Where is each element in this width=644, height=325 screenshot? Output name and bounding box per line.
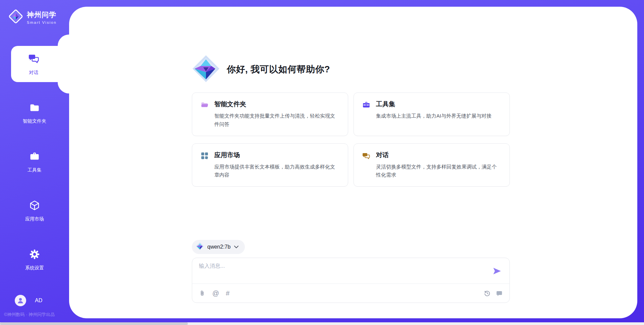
- user-row[interactable]: AD: [15, 295, 42, 306]
- sidebar-item-app-market[interactable]: 应用市场: [0, 193, 69, 229]
- message-input[interactable]: [199, 263, 474, 281]
- sidebar-item-label: 系统设置: [25, 265, 44, 271]
- sidebar-item-label: 智能文件夹: [23, 118, 46, 124]
- sidebar-item-chat[interactable]: 对话: [11, 46, 69, 82]
- main-content-panel: 你好, 我可以如何帮助你? 智能文件夹 智能文件夹功能支持批量文件上传与清洗，轻…: [69, 7, 637, 318]
- sidebar-item-settings[interactable]: 系统设置: [0, 242, 69, 278]
- logo-gem-icon: [192, 55, 220, 84]
- sidebar-item-smart-folder[interactable]: 智能文件夹: [0, 95, 69, 131]
- card-description: 集成市场上主流工具，助力AI与外界无缝扩展与对接: [376, 112, 491, 120]
- card-app-market[interactable]: 应用市场 应用市场提供丰富长文本模板，助力高效生成多样化文章内容: [192, 143, 348, 187]
- feature-cards: 智能文件夹 智能文件夹功能支持批量文件上传与清洗，轻松实现文件问答: [192, 92, 510, 187]
- user-icon: [17, 297, 24, 304]
- sidebar-item-label: 工具集: [28, 167, 42, 173]
- paperclip-icon[interactable]: [199, 289, 206, 297]
- logo-gem-icon: [196, 242, 204, 252]
- sidebar-item-label: 应用市场: [25, 216, 44, 222]
- history-icon[interactable]: [484, 290, 491, 297]
- chat-bubbles-icon: [362, 151, 371, 180]
- logo-gem-icon: [8, 9, 23, 25]
- sidebar-nav: 对话 智能文件夹 工具集: [0, 46, 69, 278]
- brand-name: 神州问学: [27, 10, 57, 19]
- card-chat[interactable]: 对话 灵活切换多模型文件，支持多样回复效果调试，满足个性化需求: [354, 143, 510, 187]
- app-grid-icon: [200, 151, 209, 180]
- chevron-down-icon: [234, 244, 239, 250]
- card-title: 工具集: [376, 100, 491, 109]
- message-composer: @ #: [192, 258, 510, 303]
- greeting-block: 你好, 我可以如何帮助你?: [192, 55, 330, 84]
- scrollbar-thumb[interactable]: [0, 322, 188, 325]
- folder-icon: [29, 102, 40, 115]
- sidebar: 神州问学 Smart Vision 对话: [0, 0, 69, 325]
- model-selector[interactable]: qwen2:7b: [192, 240, 245, 254]
- gear-icon: [29, 249, 40, 261]
- card-description: 应用市场提供丰富长文本模板，助力高效生成多样化文章内容: [214, 163, 340, 180]
- brand-subtitle: Smart Vision: [27, 20, 57, 24]
- sidebar-item-toolset[interactable]: 工具集: [0, 144, 69, 180]
- avatar[interactable]: [15, 295, 26, 306]
- folder-open-icon: [200, 101, 209, 129]
- card-description: 灵活切换多模型文件，支持多样回复效果调试，满足个性化需求: [376, 163, 501, 180]
- hash-icon[interactable]: #: [226, 290, 229, 297]
- greeting-title: 你好, 我可以如何帮助你?: [227, 63, 330, 75]
- card-smart-folder[interactable]: 智能文件夹 智能文件夹功能支持批量文件上传与清洗，轻松实现文件问答: [192, 92, 348, 136]
- brand: 神州问学 Smart Vision: [8, 9, 57, 25]
- chat-bubbles-icon: [28, 53, 40, 66]
- briefcase-icon: [362, 101, 371, 129]
- content-column: 你好, 我可以如何帮助你? 智能文件夹 智能文件夹功能支持批量文件上传与清洗，轻…: [192, 7, 510, 318]
- at-icon[interactable]: @: [212, 290, 219, 297]
- horizontal-scrollbar[interactable]: [0, 322, 644, 325]
- sidebar-item-label: 对话: [29, 70, 39, 76]
- card-title: 智能文件夹: [214, 100, 340, 109]
- footer-credit: ©神州数码 · 神州问学出品: [4, 312, 55, 318]
- send-icon[interactable]: [492, 266, 502, 276]
- card-description: 智能文件夹功能支持批量文件上传与清洗，轻松实现文件问答: [214, 112, 340, 129]
- card-toolset[interactable]: 工具集 集成市场上主流工具，助力AI与外界无缝扩展与对接: [354, 92, 510, 136]
- comment-icon[interactable]: [496, 290, 503, 297]
- app-root: 你好, 我可以如何帮助你? 智能文件夹 智能文件夹功能支持批量文件上传与清洗，轻…: [0, 0, 644, 325]
- card-title: 对话: [376, 151, 501, 159]
- composer-toolbar: @ #: [199, 284, 503, 303]
- model-name: qwen2:7b: [207, 244, 230, 250]
- card-title: 应用市场: [214, 151, 340, 159]
- user-name: AD: [35, 298, 42, 304]
- briefcase-icon: [29, 151, 40, 164]
- cube-icon: [29, 200, 40, 212]
